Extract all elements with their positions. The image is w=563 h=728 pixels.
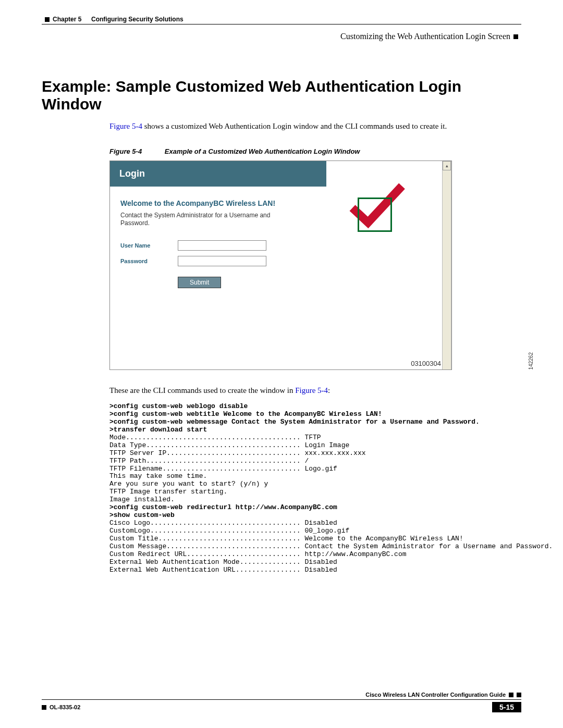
cli-out: CustomLogo..............................… (109, 527, 349, 535)
figure-xref-2[interactable]: Figure 5-4 (295, 386, 328, 394)
footer-top: Cisco Wireless LAN Controller Configurat… (42, 692, 521, 700)
chapter-title: Configuring Security Solutions (91, 16, 183, 23)
figure-caption: Figure 5-4 Example of a Customized Web A… (109, 147, 521, 155)
login-right-pane: ▴ 03100304 (326, 161, 451, 369)
figure-title: Example of a Customized Web Authenticati… (165, 147, 360, 155)
cli-out: Are you sure you want to start? (y/n) y (109, 480, 268, 488)
cli-out: Image installed. (109, 496, 175, 503)
header-right: Customizing the Web Authentication Login… (42, 32, 518, 41)
cli-cmd: >transfer download start (109, 426, 207, 434)
chapter-label: Chapter 5 (53, 16, 81, 23)
bullet-icon (42, 705, 46, 710)
cli-out: This may take some time. (109, 472, 207, 480)
figure-xref[interactable]: Figure 5-4 (109, 122, 142, 130)
cli-intro-text: These are the CLI commands used to creat… (109, 386, 295, 394)
login-body: Welcome to the AcompanyBC Wireless LAN! … (110, 187, 326, 301)
cli-out: External Web Authentication URL.........… (109, 566, 337, 574)
cli-output: >config custom-web weblogo disable >conf… (109, 403, 521, 574)
cli-intro: These are the CLI commands used to creat… (109, 386, 521, 396)
password-label: Password (120, 258, 178, 264)
cli-out: Mode....................................… (109, 434, 321, 441)
login-welcome: Welcome to the AcompanyBC Wireless LAN! (120, 199, 316, 207)
login-left-pane: Login Welcome to the AcompanyBC Wireless… (110, 161, 326, 369)
cli-out: TFTP Path...............................… (109, 457, 309, 465)
page-number: 5-15 (492, 702, 521, 712)
bullet-icon (513, 34, 518, 39)
figure-number: Figure 5-4 (109, 147, 142, 155)
scrollbar[interactable]: ▴ (442, 161, 451, 369)
cli-out: Cisco Logo..............................… (109, 519, 337, 527)
logo-box-icon (358, 198, 392, 232)
bullet-icon (509, 693, 513, 697)
section-heading: Example: Sample Customized Web Authentic… (42, 78, 521, 113)
submit-button[interactable]: Submit (178, 277, 221, 288)
cli-out: Custom Title............................… (109, 535, 463, 542)
bullet-icon (517, 693, 521, 697)
login-message: Contact the System Administrator for a U… (120, 212, 277, 228)
cli-out: External Web Authentication Mode........… (109, 558, 337, 566)
page-header: Chapter 5 Configuring Security Solutions (42, 16, 521, 24)
password-input[interactable] (178, 256, 266, 266)
cli-out: TFTP Image transfer starting. (109, 488, 227, 496)
login-window: Login Welcome to the AcompanyBC Wireless… (109, 161, 452, 370)
login-title: Login (110, 161, 326, 187)
cli-out: Custom Message..........................… (109, 542, 553, 550)
username-row: User Name (120, 240, 316, 251)
intro-rest: shows a customized Web Authentication Lo… (142, 122, 447, 130)
cli-out: TFTP Server IP..........................… (109, 449, 365, 457)
figure: Login Welcome to the AcompanyBC Wireless… (109, 161, 521, 370)
doc-number-wrap: OL-8335-02 (42, 704, 80, 710)
cli-out: Custom Redirect URL.....................… (109, 550, 407, 558)
cli-cmd: >config custom-web webtitle Welcome to t… (109, 410, 382, 418)
guide-title: Cisco Wireless LAN Controller Configurat… (365, 692, 506, 698)
section-title: Customizing the Web Authentication Login… (340, 32, 510, 41)
header-left: Chapter 5 Configuring Security Solutions (45, 16, 183, 23)
doc-number: OL-8335-02 (50, 704, 80, 710)
cli-cmd: >show custom-web (109, 511, 175, 519)
submit-row: Submit (178, 277, 316, 288)
username-label: User Name (120, 242, 178, 249)
cli-cmd: >config custom-web weblogo disable (109, 402, 248, 410)
username-input[interactable] (178, 240, 266, 251)
cli-out: Data Type...............................… (109, 441, 349, 449)
figure-refnum: 142262 (528, 352, 534, 369)
footer-bottom: OL-8335-02 5-15 (42, 702, 521, 712)
intro-paragraph: Figure 5-4 shows a customized Web Authen… (109, 121, 521, 132)
page: Chapter 5 Configuring Security Solutions… (0, 0, 563, 728)
cli-cmd: >config custom-web redirecturl http://ww… (109, 503, 337, 511)
page-footer: Cisco Wireless LAN Controller Configurat… (42, 692, 521, 712)
bullet-icon (45, 17, 50, 22)
scroll-up-icon[interactable]: ▴ (443, 161, 451, 170)
cli-intro-tail: : (328, 386, 330, 394)
cli-cmd: >config custom-web webmessage Contact th… (109, 418, 480, 426)
cli-out: TFTP Filename...........................… (109, 465, 337, 473)
figure-timestamp: 03100304 (411, 360, 441, 367)
password-row: Password (120, 256, 316, 266)
